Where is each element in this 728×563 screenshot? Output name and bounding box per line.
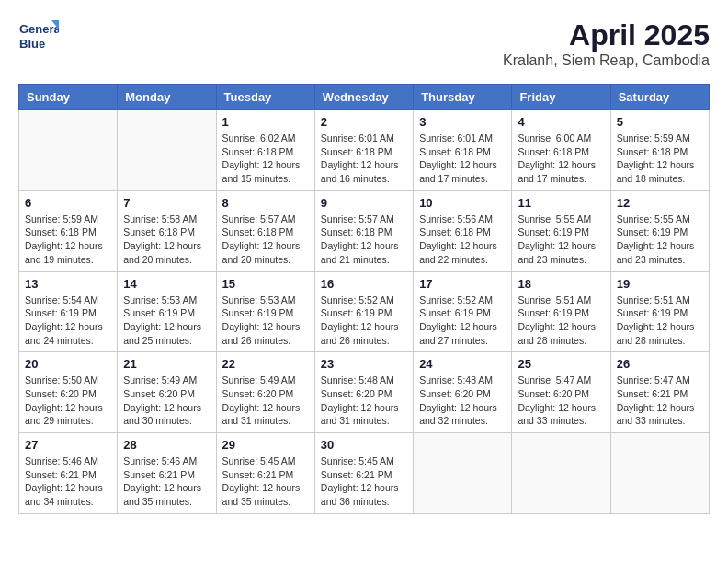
calendar-cell: 13Sunrise: 5:54 AMSunset: 6:19 PMDayligh… <box>19 271 118 352</box>
day-info: Sunrise: 5:58 AMSunset: 6:18 PMDaylight:… <box>123 213 210 267</box>
day-info: Sunrise: 5:48 AMSunset: 6:20 PMDaylight:… <box>419 373 506 428</box>
week-row-5: 27Sunrise: 5:46 AMSunset: 6:21 PMDayligh… <box>19 433 710 514</box>
day-info: Sunrise: 6:01 AMSunset: 6:18 PMDaylight:… <box>321 132 407 186</box>
calendar-cell: 18Sunrise: 5:51 AMSunset: 6:19 PMDayligh… <box>512 271 610 352</box>
day-number: 29 <box>222 438 309 452</box>
day-info: Sunrise: 5:47 AMSunset: 6:21 PMDaylight:… <box>617 373 703 428</box>
calendar-cell: 11Sunrise: 5:55 AMSunset: 6:19 PMDayligh… <box>512 190 610 271</box>
day-number: 24 <box>419 357 506 371</box>
day-number: 10 <box>419 196 506 210</box>
calendar-cell <box>118 110 216 191</box>
day-info: Sunrise: 5:51 AMSunset: 6:19 PMDaylight:… <box>518 293 604 348</box>
day-info: Sunrise: 5:55 AMSunset: 6:19 PMDaylight:… <box>617 213 703 267</box>
day-info: Sunrise: 5:54 AMSunset: 6:19 PMDaylight:… <box>25 293 111 348</box>
day-info: Sunrise: 5:59 AMSunset: 6:18 PMDaylight:… <box>25 213 111 267</box>
day-number: 30 <box>321 438 407 452</box>
calendar-cell: 3Sunrise: 6:01 AMSunset: 6:18 PMDaylight… <box>414 110 512 191</box>
calendar-cell: 4Sunrise: 6:00 AMSunset: 6:18 PMDaylight… <box>512 110 610 191</box>
week-row-1: 1Sunrise: 6:02 AMSunset: 6:18 PMDaylight… <box>19 110 710 191</box>
day-number: 1 <box>222 115 309 129</box>
calendar-cell: 1Sunrise: 6:02 AMSunset: 6:18 PMDaylight… <box>216 110 314 191</box>
day-number: 7 <box>123 196 210 210</box>
col-header-tuesday: Tuesday <box>216 85 314 110</box>
calendar-cell: 8Sunrise: 5:57 AMSunset: 6:18 PMDaylight… <box>216 190 314 271</box>
calendar-cell: 21Sunrise: 5:49 AMSunset: 6:20 PMDayligh… <box>118 352 216 433</box>
calendar-cell: 30Sunrise: 5:45 AMSunset: 6:21 PMDayligh… <box>314 433 413 514</box>
col-header-monday: Monday <box>118 85 216 110</box>
calendar-cell: 26Sunrise: 5:47 AMSunset: 6:21 PMDayligh… <box>610 352 709 433</box>
day-info: Sunrise: 6:00 AMSunset: 6:18 PMDaylight:… <box>518 132 604 186</box>
day-info: Sunrise: 5:52 AMSunset: 6:19 PMDaylight:… <box>419 293 506 348</box>
day-info: Sunrise: 5:50 AMSunset: 6:20 PMDaylight:… <box>25 373 111 428</box>
calendar-cell: 28Sunrise: 5:46 AMSunset: 6:21 PMDayligh… <box>118 433 216 514</box>
day-info: Sunrise: 5:45 AMSunset: 6:21 PMDaylight:… <box>222 454 309 509</box>
day-number: 22 <box>222 357 309 371</box>
col-header-friday: Friday <box>512 85 610 110</box>
day-info: Sunrise: 5:51 AMSunset: 6:19 PMDaylight:… <box>617 293 703 348</box>
day-number: 28 <box>123 438 210 452</box>
logo: General Blue <box>18 18 59 55</box>
week-row-4: 20Sunrise: 5:50 AMSunset: 6:20 PMDayligh… <box>19 352 710 433</box>
calendar-cell: 6Sunrise: 5:59 AMSunset: 6:18 PMDaylight… <box>19 190 118 271</box>
day-number: 11 <box>518 196 604 210</box>
day-number: 23 <box>321 357 407 371</box>
calendar-cell: 17Sunrise: 5:52 AMSunset: 6:19 PMDayligh… <box>414 271 512 352</box>
day-number: 6 <box>25 196 111 210</box>
day-info: Sunrise: 5:49 AMSunset: 6:20 PMDaylight:… <box>123 373 210 428</box>
col-header-saturday: Saturday <box>610 85 709 110</box>
day-number: 8 <box>222 196 309 210</box>
calendar-cell: 5Sunrise: 5:59 AMSunset: 6:18 PMDaylight… <box>610 110 709 191</box>
day-info: Sunrise: 5:53 AMSunset: 6:19 PMDaylight:… <box>222 293 309 348</box>
day-number: 17 <box>419 277 506 291</box>
day-number: 18 <box>518 277 604 291</box>
calendar-cell: 24Sunrise: 5:48 AMSunset: 6:20 PMDayligh… <box>414 352 512 433</box>
day-number: 2 <box>321 115 407 129</box>
day-info: Sunrise: 5:53 AMSunset: 6:19 PMDaylight:… <box>123 293 210 348</box>
col-header-sunday: Sunday <box>19 85 118 110</box>
day-info: Sunrise: 5:55 AMSunset: 6:19 PMDaylight:… <box>518 213 604 267</box>
day-number: 3 <box>419 115 506 129</box>
logo-svg: General Blue <box>18 18 59 55</box>
day-number: 27 <box>25 438 111 452</box>
main-title: April 2025 <box>503 18 710 52</box>
calendar-cell: 12Sunrise: 5:55 AMSunset: 6:19 PMDayligh… <box>610 190 709 271</box>
day-number: 16 <box>321 277 407 291</box>
calendar-cell: 16Sunrise: 5:52 AMSunset: 6:19 PMDayligh… <box>314 271 413 352</box>
day-info: Sunrise: 5:52 AMSunset: 6:19 PMDaylight:… <box>321 293 407 348</box>
calendar-cell: 7Sunrise: 5:58 AMSunset: 6:18 PMDaylight… <box>118 190 216 271</box>
calendar-cell: 19Sunrise: 5:51 AMSunset: 6:19 PMDayligh… <box>610 271 709 352</box>
day-info: Sunrise: 5:57 AMSunset: 6:18 PMDaylight:… <box>222 213 309 267</box>
calendar-header-row: SundayMondayTuesdayWednesdayThursdayFrid… <box>19 85 710 110</box>
calendar-cell: 27Sunrise: 5:46 AMSunset: 6:21 PMDayligh… <box>19 433 118 514</box>
svg-text:Blue: Blue <box>19 37 45 51</box>
day-info: Sunrise: 5:49 AMSunset: 6:20 PMDaylight:… <box>222 373 309 428</box>
day-number: 26 <box>617 357 703 371</box>
col-header-thursday: Thursday <box>414 85 512 110</box>
day-info: Sunrise: 5:46 AMSunset: 6:21 PMDaylight:… <box>25 454 111 509</box>
calendar-cell <box>19 110 118 191</box>
calendar-cell: 2Sunrise: 6:01 AMSunset: 6:18 PMDaylight… <box>314 110 413 191</box>
calendar-cell: 10Sunrise: 5:56 AMSunset: 6:18 PMDayligh… <box>414 190 512 271</box>
day-info: Sunrise: 5:45 AMSunset: 6:21 PMDaylight:… <box>321 454 407 509</box>
calendar-cell: 20Sunrise: 5:50 AMSunset: 6:20 PMDayligh… <box>19 352 118 433</box>
calendar-cell: 23Sunrise: 5:48 AMSunset: 6:20 PMDayligh… <box>314 352 413 433</box>
calendar-cell <box>610 433 709 514</box>
calendar-cell <box>414 433 512 514</box>
calendar-cell: 25Sunrise: 5:47 AMSunset: 6:20 PMDayligh… <box>512 352 610 433</box>
calendar-table: SundayMondayTuesdayWednesdayThursdayFrid… <box>18 84 710 514</box>
calendar-cell: 29Sunrise: 5:45 AMSunset: 6:21 PMDayligh… <box>216 433 314 514</box>
svg-text:General: General <box>19 22 59 36</box>
day-info: Sunrise: 5:48 AMSunset: 6:20 PMDaylight:… <box>321 373 407 428</box>
day-number: 19 <box>617 277 703 291</box>
day-number: 25 <box>518 357 604 371</box>
day-number: 14 <box>123 277 210 291</box>
week-row-3: 13Sunrise: 5:54 AMSunset: 6:19 PMDayligh… <box>19 271 710 352</box>
day-number: 15 <box>222 277 309 291</box>
calendar-cell: 9Sunrise: 5:57 AMSunset: 6:18 PMDaylight… <box>314 190 413 271</box>
day-info: Sunrise: 5:56 AMSunset: 6:18 PMDaylight:… <box>419 213 506 267</box>
day-info: Sunrise: 5:59 AMSunset: 6:18 PMDaylight:… <box>617 132 703 186</box>
day-number: 5 <box>617 115 703 129</box>
calendar-cell: 14Sunrise: 5:53 AMSunset: 6:19 PMDayligh… <box>118 271 216 352</box>
header: General Blue April 2025 Kralanh, Siem Re… <box>18 18 710 69</box>
day-number: 21 <box>123 357 210 371</box>
